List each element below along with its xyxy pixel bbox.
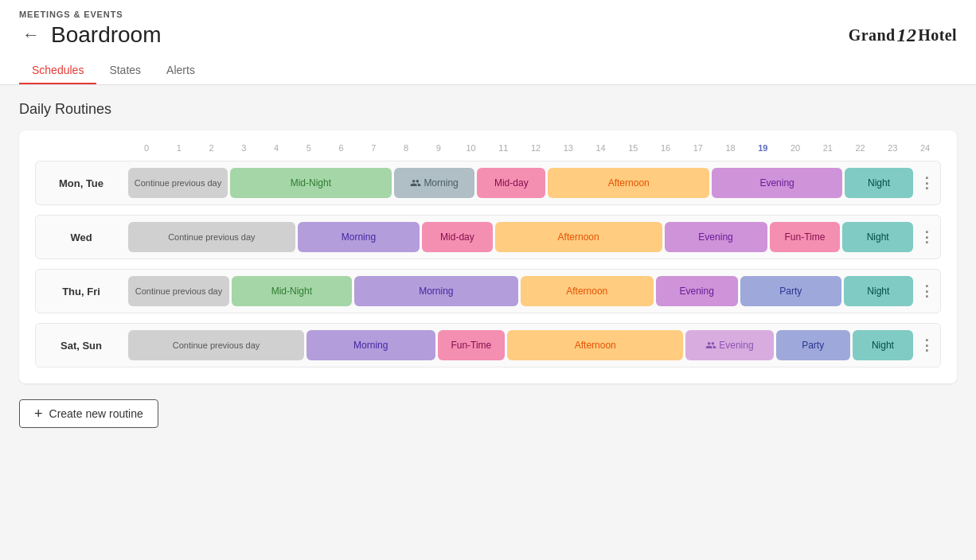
routine-row-thu-fri: Thu, Fri Continue previous day Mid-Night…: [35, 269, 941, 313]
routine-row-sat-sun: Sat, Sun Continue previous day Morning F…: [35, 323, 941, 368]
row-label-sat-sun: Sat, Sun: [41, 340, 128, 352]
routine-rows: Mon, Tue Continue previous day Mid-Night…: [35, 161, 941, 368]
schedule-card: 0 1 2 3 4 5 6 7 8 9 10 11 12 13 14 15 16…: [19, 130, 957, 383]
block-continue-prev-sat[interactable]: Continue previous day: [128, 330, 304, 360]
row-menu-wed[interactable]: ⋮: [913, 228, 935, 246]
time-12: 12: [520, 143, 552, 153]
time-16: 16: [650, 143, 681, 153]
block-afternoon-thu[interactable]: Afternoon: [521, 276, 654, 306]
page-title: Boardroom: [51, 22, 162, 48]
create-routine-label: Create new routine: [49, 407, 143, 420]
time-15: 15: [617, 143, 649, 153]
time-10: 10: [455, 143, 487, 153]
tabs: Schedules States Alerts: [19, 57, 957, 84]
time-23: 23: [876, 143, 908, 153]
block-mid-night[interactable]: Mid-Night: [230, 168, 392, 198]
row-label-mon-tue: Mon, Tue: [41, 177, 128, 189]
time-8: 8: [390, 143, 422, 153]
block-fun-time-wed[interactable]: Fun-Time: [770, 222, 841, 252]
blocks-thu-fri: Continue previous day Mid-Night Morning …: [128, 276, 913, 306]
time-21: 21: [812, 143, 844, 153]
row-menu-mon-tue[interactable]: ⋮: [913, 174, 935, 192]
time-3: 3: [228, 143, 260, 153]
block-morning-wed[interactable]: Morning: [298, 222, 420, 252]
tab-schedules[interactable]: Schedules: [19, 57, 96, 84]
block-afternoon-sat[interactable]: Afternoon: [507, 330, 683, 360]
time-1: 1: [163, 143, 195, 153]
row-label-thu-fri: Thu, Fri: [41, 286, 128, 298]
main-content: Daily Routines 0 1 2 3 4 5 6 7 8 9 10 11…: [0, 85, 976, 444]
block-mid-night-thu[interactable]: Mid-Night: [232, 276, 352, 306]
block-night[interactable]: Night: [845, 168, 913, 198]
time-13: 13: [552, 143, 584, 153]
back-button[interactable]: ←: [19, 25, 43, 45]
block-fun-time-sat[interactable]: Fun-Time: [438, 330, 506, 360]
time-axis: 0 1 2 3 4 5 6 7 8 9 10 11 12 13 14 15 16…: [131, 143, 941, 153]
block-evening-thu[interactable]: Evening: [656, 276, 738, 306]
routine-row-mon-tue: Mon, Tue Continue previous day Mid-Night…: [35, 161, 941, 205]
block-continue-prev-wed[interactable]: Continue previous day: [128, 222, 295, 252]
logo: Grand 12 Hotel: [849, 25, 957, 46]
row-menu-thu-fri[interactable]: ⋮: [913, 282, 935, 300]
time-19: 19: [747, 143, 779, 153]
time-11: 11: [487, 143, 519, 153]
time-7: 7: [357, 143, 389, 153]
block-morning-thu[interactable]: Morning: [354, 276, 518, 306]
time-labels: 0 1 2 3 4 5 6 7 8 9 10 11 12 13 14 15 16…: [131, 143, 941, 153]
blocks-wed: Continue previous day Morning Mid-day Af…: [128, 222, 913, 252]
logo-text: Grand: [849, 26, 896, 45]
block-evening-wed[interactable]: Evening: [665, 222, 767, 252]
time-24: 24: [909, 143, 941, 153]
time-2: 2: [196, 143, 228, 153]
block-night-wed[interactable]: Night: [842, 222, 913, 252]
tab-alerts[interactable]: Alerts: [154, 57, 208, 84]
time-6: 6: [326, 143, 357, 153]
blocks-sat-sun: Continue previous day Morning Fun-Time A…: [128, 330, 913, 360]
create-plus-icon: +: [34, 406, 43, 421]
meetings-label: MEETINGS & EVENTS: [19, 10, 957, 19]
blocks-mon-tue: Continue previous day Mid-Night Morning …: [128, 168, 913, 198]
section-title: Daily Routines: [19, 101, 957, 118]
block-continue-prev-thu[interactable]: Continue previous day: [128, 276, 229, 306]
block-afternoon-wed[interactable]: Afternoon: [495, 222, 662, 252]
header: MEETINGS & EVENTS ← Boardroom Grand 12 H…: [0, 0, 976, 85]
block-night-thu[interactable]: Night: [844, 276, 913, 306]
time-4: 4: [260, 143, 292, 153]
block-morning-sat[interactable]: Morning: [306, 330, 435, 360]
block-continue-prev[interactable]: Continue previous day: [128, 168, 228, 198]
block-night-sat[interactable]: Night: [853, 330, 913, 360]
tab-states[interactable]: States: [96, 57, 154, 84]
header-left: ← Boardroom: [19, 22, 162, 48]
time-14: 14: [585, 143, 617, 153]
block-evening[interactable]: Evening: [712, 168, 842, 198]
time-0: 0: [131, 143, 162, 153]
block-mid-day[interactable]: Mid-day: [477, 168, 545, 198]
row-label-wed: Wed: [41, 231, 128, 243]
create-routine-button[interactable]: + Create new routine: [19, 399, 158, 428]
time-17: 17: [682, 143, 714, 153]
block-evening-sat[interactable]: Evening: [685, 330, 773, 360]
header-top: ← Boardroom Grand 12 Hotel: [19, 22, 957, 48]
logo-number: 12: [897, 25, 917, 46]
row-menu-sat-sun[interactable]: ⋮: [913, 336, 935, 354]
block-party-sat[interactable]: Party: [776, 330, 850, 360]
time-18: 18: [715, 143, 747, 153]
time-20: 20: [779, 143, 811, 153]
block-afternoon[interactable]: Afternoon: [548, 168, 709, 198]
time-9: 9: [423, 143, 455, 153]
block-party-thu[interactable]: Party: [740, 276, 841, 306]
block-mid-day-wed[interactable]: Mid-day: [422, 222, 493, 252]
time-22: 22: [845, 143, 876, 153]
block-morning-icon[interactable]: Morning: [394, 168, 475, 198]
time-5: 5: [293, 143, 325, 153]
routine-row-wed: Wed Continue previous day Morning Mid-da…: [35, 215, 941, 259]
logo-hotel: Hotel: [918, 26, 957, 45]
